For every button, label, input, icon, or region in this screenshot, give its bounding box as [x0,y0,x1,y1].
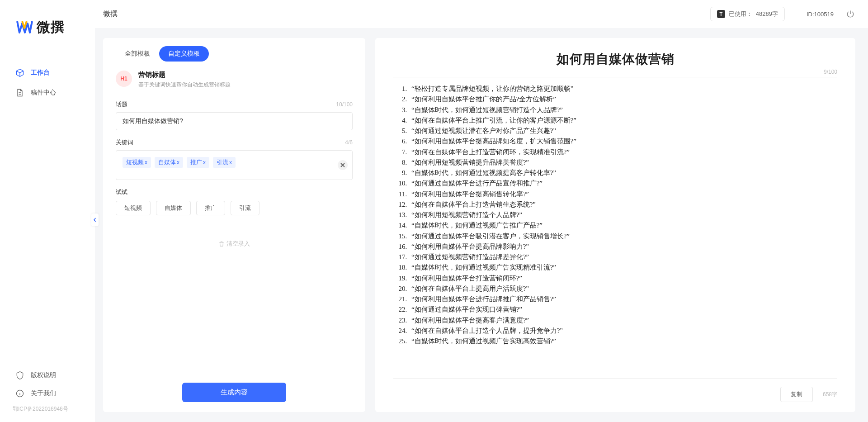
sidebar-nav: 工作台 稿件中心 [0,50,95,366]
list-item: “如何利用自媒体平台提高品牌影响力?” [409,242,837,252]
output-title-row: 如何用自媒体做营销 9/100 [393,51,837,77]
template-badge-icon: H1 [116,71,132,87]
text-count-icon: T [717,10,725,18]
try-chip[interactable]: 引流 [231,201,259,215]
list-item: “如何在自媒体平台上打造个人品牌，提升竞争力?” [409,326,837,336]
remove-tag-icon[interactable]: x [177,159,179,166]
list-item: “如何在自媒体平台上提高用户活跃度?” [409,284,837,294]
clear-input-hint[interactable]: 清空录入 [116,240,353,248]
list-item: “如何通过短视频营销打造品牌差异化?” [409,252,837,262]
list-item: “如何利用自媒体平台进行品牌推广和产品销售?” [409,294,837,304]
power-button[interactable] [845,9,855,19]
template-subtitle: 基于关键词快速帮你自动生成营销标题 [138,81,231,89]
try-chip[interactable]: 短视频 [116,201,151,215]
try-chip[interactable]: 推广 [196,201,225,215]
sidebar-item-label: 稿件中心 [31,89,56,97]
close-icon [340,163,345,167]
list-item: “如何在自媒体平台上推广引流，让你的客户源源不断?” [409,115,837,126]
sidebar-link-label: 关于我们 [31,389,56,398]
output-title: 如何用自媒体做营销 [393,51,837,68]
cube-icon [15,68,24,77]
list-item: “自媒体时代，如何通过短视频营销打造个人品牌?” [409,105,837,115]
icp-text: 鄂ICP备2022016946号 [0,403,95,413]
list-item: “轻松打造专属品牌短视频，让你的营销之路更加顺畅” [409,84,837,94]
tab-custom-templates[interactable]: 自定义模板 [159,46,209,62]
sidebar-footer: 版权说明 关于我们 鄂ICP备2022016946号 [0,366,95,422]
info-icon [15,389,24,398]
output-list: “轻松打造专属品牌短视频，让你的营销之路更加顺畅”“如何利用自媒体平台推广你的产… [393,84,837,346]
list-item: “如何在自媒体平台上打造营销生态系统?” [409,199,837,210]
logo: 微撰 [0,0,95,50]
list-item: “自媒体时代，如何通过视频广告实现高效营销?” [409,336,837,346]
remove-tag-icon[interactable]: x [229,159,232,166]
template-header: H1 营销标题 基于关键词快速帮你自动生成营销标题 [116,71,353,89]
template-tabs: 全部模板 自定义模板 [116,46,353,62]
template-title: 营销标题 [138,71,231,79]
sidebar-item-drafts[interactable]: 稿件中心 [0,83,95,103]
page-title: 微撰 [103,9,118,19]
usage-pill[interactable]: T 已使用： 48289字 [710,7,785,21]
list-item: “如何利用自媒体平台提高客户满意度?” [409,315,837,326]
collapse-handle[interactable] [91,213,99,226]
list-item: “如何利用短视频营销打造个人品牌?” [409,210,837,220]
topic-field: 话题 10/100 [116,100,353,130]
topic-label: 话题 [116,100,127,109]
keywords-tagbox[interactable]: 短视频 x自媒体 x推广 x引流 x [116,150,353,180]
list-item: “自媒体时代，如何通过短视频提高客户转化率?” [409,168,837,178]
document-icon [15,88,24,97]
remove-tag-icon[interactable]: x [203,159,206,166]
list-item: “自媒体时代，如何通过视频广告推广产品?” [409,220,837,231]
power-icon [846,9,855,19]
generate-button[interactable]: 生成内容 [182,383,286,402]
main-column: 微撰 T 已使用： 48289字 ID:100519 全部模板 自定义模板 H1 [95,0,868,422]
usage-value: 48289字 [756,10,778,18]
sidebar-link-label: 版权说明 [31,371,56,379]
sidebar: 微撰 工作台 稿件中心 版权说明 关于我们 鄂ICP备2022016946号 [0,0,95,422]
list-item: “如何利用自媒体平台提高销售转化率?” [409,189,837,199]
keyword-tag[interactable]: 推广 x [187,157,209,168]
list-item: “如何通过短视频让潜在客户对你产品产生兴趣?” [409,126,837,136]
output-panel: 如何用自媒体做营销 9/100 “轻松打造专属品牌短视频，让你的营销之路更加顺畅… [375,38,855,412]
list-item: “如何利用自媒体平台打造营销闭环?” [409,273,837,284]
topbar: 微撰 T 已使用： 48289字 ID:100519 [95,0,868,28]
sidebar-item-label: 工作台 [31,69,50,77]
list-item: “如何利用短视频营销提升品牌美誉度?” [409,157,837,168]
remove-tag-icon[interactable]: x [145,159,147,166]
try-chip[interactable]: 自媒体 [156,201,191,215]
keyword-tag[interactable]: 自媒体 x [155,157,183,168]
topic-count: 10/100 [336,101,353,108]
list-item: “如何通过自媒体平台实现口碑营销?” [409,304,837,315]
user-id: ID:100519 [807,11,834,18]
chevron-left-icon [93,218,97,222]
input-panel: 全部模板 自定义模板 H1 营销标题 基于关键词快速帮你自动生成营销标题 话题 … [103,38,365,412]
try-label: 试试 [116,188,353,196]
output-char-count: 658字 [823,391,837,398]
list-item: “如何通过自媒体平台进行产品宣传和推广?” [409,178,837,189]
list-item: “自媒体时代，如何通过视频广告实现精准引流?” [409,262,837,273]
brand-text: 微撰 [37,18,65,37]
sidebar-link-copyright[interactable]: 版权说明 [0,366,95,384]
keyword-tag[interactable]: 短视频 x [123,157,151,168]
copy-button[interactable]: 复制 [780,387,813,402]
topic-input[interactable] [116,112,353,130]
list-item: “如何通过自媒体平台吸引潜在客户，实现销售增长?” [409,231,837,242]
list-item: “如何在自媒体平台上打造营销闭环，实现精准引流?” [409,147,837,157]
try-section: 试试 短视频自媒体推广引流 [116,188,353,215]
sidebar-item-workspace[interactable]: 工作台 [0,63,95,83]
trash-icon [218,241,225,247]
output-footer: 复制 658字 [393,378,837,402]
keywords-count: 4/6 [345,139,353,146]
keywords-field: 关键词 4/6 短视频 x自媒体 x推广 x引流 x [116,138,353,180]
usage-prefix: 已使用： [729,10,752,18]
output-body: “轻松打造专属品牌短视频，让你的营销之路更加顺畅”“如何利用自媒体平台推广你的产… [393,84,837,378]
content-area: 全部模板 自定义模板 H1 营销标题 基于关键词快速帮你自动生成营销标题 话题 … [95,28,868,422]
keyword-tag[interactable]: 引流 x [213,157,236,168]
sidebar-link-about[interactable]: 关于我们 [0,384,95,403]
keywords-label: 关键词 [116,138,133,147]
try-chips: 短视频自媒体推广引流 [116,201,353,215]
list-item: “如何利用自媒体平台提高品牌知名度，扩大销售范围?” [409,136,837,147]
tab-all-templates[interactable]: 全部模板 [116,46,159,62]
shield-icon [15,371,24,380]
logo-icon [16,20,33,35]
clear-tags-button[interactable] [338,160,348,170]
